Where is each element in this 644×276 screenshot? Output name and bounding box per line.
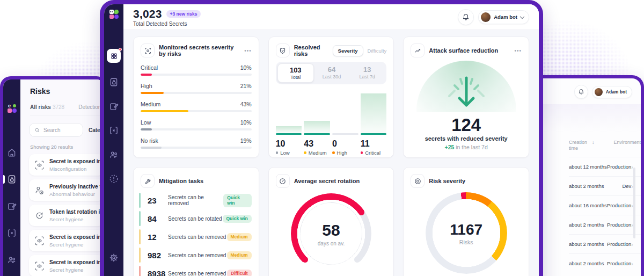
sidebar-item-home[interactable]	[3, 148, 20, 157]
main-sidebar	[104, 4, 123, 276]
new-risks-badge: +3 new risks	[166, 10, 201, 18]
column-creation-time[interactable]: Creation time	[569, 140, 590, 151]
notifications-button[interactable]	[458, 9, 474, 25]
dashboard-grid: Monitored secrets severity by risks ••• …	[123, 30, 539, 276]
bell-icon	[462, 13, 470, 21]
list-item[interactable]: Token last rotation is longer Secret hyg…	[29, 205, 104, 226]
sort-down-icon[interactable]: ↓	[592, 140, 595, 151]
card-resolved-risks: Resolved risks Severity Difficulty 103 T…	[268, 37, 394, 158]
chevron-right-icon[interactable]: ›	[631, 260, 641, 267]
chevron-right-icon[interactable]: ›	[631, 164, 641, 170]
chevron-right-icon[interactable]: ›	[631, 241, 641, 248]
list-item[interactable]: Previously inactive token is Abnormal be…	[29, 179, 104, 201]
tab-difficulty[interactable]: Difficulty	[368, 48, 387, 54]
stat-last-30d[interactable]: 64 Last 30d	[314, 63, 349, 83]
chevron-right-icon[interactable]: ›	[631, 222, 641, 228]
severity-label: Low	[141, 119, 151, 126]
legend-dot	[304, 151, 306, 154]
severity-strip	[139, 248, 141, 263]
table-row[interactable]: about 2 months Production ›	[569, 215, 641, 234]
avatar	[595, 88, 603, 96]
bar-value: 0	[332, 139, 358, 149]
severity-label: Medium	[141, 101, 160, 107]
table-panel-window: Adam bot Creation time ↓ Environment abo…	[539, 75, 644, 276]
rotation-days-unit: days on av.	[318, 241, 345, 246]
difficulty-badge: Difficult	[227, 270, 252, 276]
card-mitigation-tasks: Mitigation tasks 23 Secrets can be remov…	[133, 167, 259, 276]
severity-label: Critical	[141, 64, 158, 71]
user-menu[interactable]: Adam bot	[592, 86, 632, 98]
severity-bar	[141, 74, 152, 76]
risk-category: Secret hygiene	[49, 267, 104, 273]
settings-gear-icon[interactable]	[109, 253, 119, 263]
table-row[interactable]: about 12 months Production ›	[569, 157, 641, 176]
home-icon	[7, 148, 17, 157]
list-item[interactable]: Secret is exposed in AWS L Secret hygien…	[29, 255, 104, 276]
risk-severity-donut: 1167 Risks	[426, 192, 507, 274]
mitigation-row[interactable]: 84 Secrets can be rotated Quick win	[141, 209, 252, 228]
app-logo	[109, 10, 119, 19]
sidebar-item-integrations[interactable]	[3, 228, 20, 238]
search-input[interactable]	[43, 127, 78, 133]
tab-all-risks[interactable]: All risks3728	[30, 104, 64, 110]
edit-icon[interactable]	[109, 101, 119, 111]
table-panel-content: Adam bot Creation time ↓ Environment abo…	[539, 78, 641, 276]
page-title: Risks	[30, 87, 104, 96]
risks-list: Secret is exposed in AWS Par Misconfigur…	[26, 154, 104, 276]
sidebar-item-users[interactable]	[3, 255, 20, 265]
stat-total[interactable]: 103 Total	[277, 63, 314, 83]
tab-severity[interactable]: Severity	[333, 45, 363, 56]
users-icon[interactable]	[109, 150, 119, 159]
severity-strip	[139, 211, 141, 226]
table-row[interactable]: about 2 months Production ›	[569, 234, 641, 253]
chevron-right-icon[interactable]: ›	[631, 202, 641, 209]
card-secret-rotation: Average secret rotation 58 days on av.	[268, 167, 394, 276]
mitigation-row[interactable]: 982 Secrets can be removed Medium	[141, 246, 252, 264]
more-menu-icon[interactable]: •••	[514, 48, 522, 54]
desktop-stage: e R	[0, 0, 644, 276]
alert-circle-icon[interactable]	[109, 174, 119, 184]
more-menu-icon[interactable]: •••	[244, 48, 252, 54]
mitigation-row[interactable]: 23 Secrets can be removed Quick win	[141, 191, 252, 209]
mitigation-row[interactable]: 12 Secrets can be removed Medium	[141, 228, 252, 246]
task-count: 12	[148, 233, 166, 242]
severity-label: No risk	[141, 137, 158, 144]
notifications-button[interactable]	[574, 85, 588, 99]
task-count: 982	[148, 251, 166, 260]
difficulty-badge: Medium	[227, 251, 252, 259]
avatar	[481, 12, 491, 22]
cell-creation-time: about 2 months	[569, 260, 607, 266]
sidebar-item-secrets[interactable]	[3, 175, 20, 184]
main-header: 3,023 +3 new risks Total Detected Secret…	[123, 4, 539, 30]
mitigation-row[interactable]: 8938 Secrets can be removed Difficult	[141, 264, 252, 276]
reduced-secrets-label: secrets with reduced severity	[411, 135, 522, 142]
detections-table: Creation time ↓ Environment about 12 mon…	[539, 132, 641, 273]
severity-bar	[141, 147, 162, 149]
risk-title: Secret is exposed in AWS Par	[49, 158, 104, 165]
list-item[interactable]: Secret is exposed in Slack Secret hygien…	[29, 230, 104, 251]
risks-tabs: All risks3728 Detections3728	[30, 104, 104, 115]
scrollbar[interactable]	[633, 168, 635, 238]
list-item[interactable]: Secret is exposed in AWS Par Misconfigur…	[29, 154, 104, 176]
stat-last-7d[interactable]: 13 Last 7d	[349, 63, 385, 83]
sidebar-item-compose[interactable]	[3, 201, 20, 211]
legend-label: Low	[280, 150, 289, 156]
scan-icon	[144, 47, 151, 54]
column-environment[interactable]: Environment	[613, 140, 641, 145]
card-title: Monitored secrets severity by risks	[159, 44, 240, 57]
chevron-right-icon[interactable]: ›	[631, 183, 641, 190]
search-box[interactable]	[29, 123, 83, 137]
secrets-lock-icon[interactable]	[109, 77, 119, 87]
tab-count: 3728	[53, 104, 64, 110]
card-title: Mitigation tasks	[159, 178, 203, 184]
user-menu[interactable]: Adam bot	[478, 10, 529, 24]
table-row[interactable]: about 16 months Production ›	[569, 195, 641, 215]
sidebar-item-dashboard-active[interactable]	[107, 49, 121, 63]
resolved-bar-chart	[276, 90, 387, 135]
table-row[interactable]: about 2 months Dev ›	[569, 176, 641, 195]
cell-creation-time: about 2 months	[569, 183, 622, 189]
brackets-icon[interactable]	[109, 126, 119, 135]
card-title: Average secret rotation	[294, 178, 360, 184]
table-row[interactable]: about 2 months Production ›	[569, 253, 641, 273]
bar-low	[276, 126, 302, 133]
